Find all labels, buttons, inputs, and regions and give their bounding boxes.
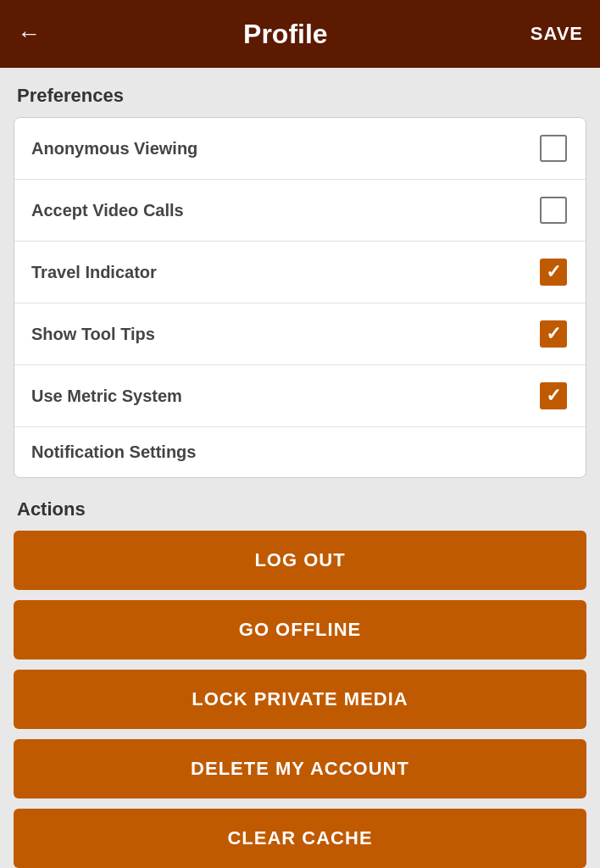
checkbox-empty-accept-video-calls [540,197,567,224]
checkbox-anonymous-viewing[interactable] [538,133,569,164]
checkbox-use-metric-system[interactable] [538,381,569,411]
delete-account-button[interactable]: DELETE MY ACCOUNT [14,739,586,798]
lock-private-media-button[interactable]: LOCK PRIVATE MEDIA [14,670,586,729]
pref-row-use-metric-system[interactable]: Use Metric System [14,365,586,427]
pref-row-show-tool-tips[interactable]: Show Tool Tips [14,303,586,365]
back-button[interactable]: ← [17,20,41,47]
pref-label-anonymous-viewing: Anonymous Viewing [31,139,197,159]
checkbox-checked-show-tool-tips [540,320,567,348]
pref-label-travel-indicator: Travel Indicator [31,263,157,282]
checkbox-travel-indicator[interactable] [538,257,569,287]
pref-row-accept-video-calls[interactable]: Accept Video Calls [14,180,586,242]
checkbox-checked-use-metric-system [540,382,567,409]
logout-button[interactable]: LOG OUT [14,531,586,590]
pref-row-travel-indicator[interactable]: Travel Indicator [14,242,586,303]
page-title: Profile [41,19,531,50]
preferences-section-label: Preferences [14,85,586,107]
checkbox-accept-video-calls[interactable] [538,195,569,225]
main-content: Preferences Anonymous Viewing Accept Vid… [0,68,600,868]
checkbox-checked-travel-indicator [540,259,567,286]
pref-label-use-metric-system: Use Metric System [31,387,182,406]
actions-section-label: Actions [14,498,586,520]
pref-row-anonymous-viewing[interactable]: Anonymous Viewing [14,118,586,180]
actions-section: Actions LOG OUT GO OFFLINE LOCK PRIVATE … [14,498,586,868]
save-button[interactable]: SAVE [531,23,583,45]
clear-cache-button[interactable]: CLEAR CACHE [14,809,586,868]
pref-label-show-tool-tips: Show Tool Tips [31,325,155,344]
app-header: ← Profile SAVE [0,0,600,68]
checkbox-show-tool-tips[interactable] [538,319,569,349]
go-offline-button[interactable]: GO OFFLINE [14,600,586,659]
pref-label-notification-settings: Notification Settings [31,442,196,462]
checkbox-empty-anonymous-viewing [540,135,567,162]
preferences-card: Anonymous Viewing Accept Video Calls Tra… [14,117,586,478]
pref-label-accept-video-calls: Accept Video Calls [31,201,184,220]
pref-row-notification-settings[interactable]: Notification Settings [14,427,586,477]
